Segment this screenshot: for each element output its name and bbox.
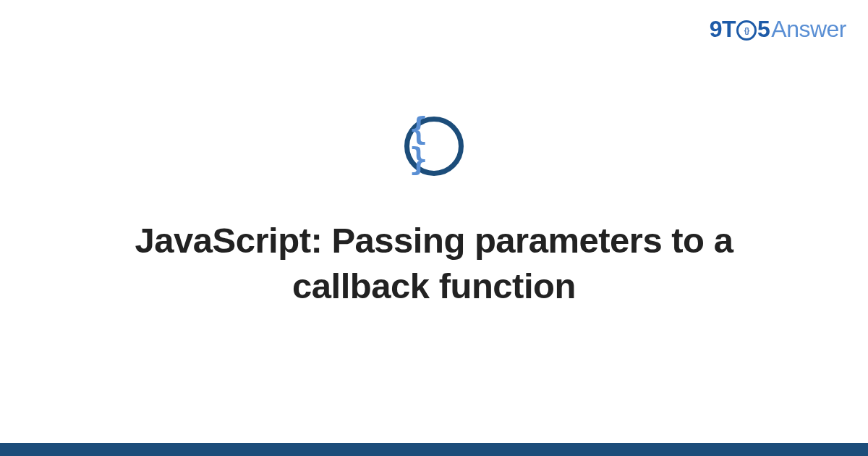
- site-logo[interactable]: 9T {} 5 Answer: [710, 16, 846, 43]
- logo-text-5: 5: [757, 16, 770, 43]
- logo-text-answer: Answer: [771, 16, 846, 43]
- braces-glyph: { }: [409, 114, 459, 175]
- code-braces-icon: { }: [404, 117, 464, 176]
- page-title: JavaScript: Passing parameters to a call…: [65, 218, 803, 308]
- logo-circle-icon: {}: [736, 20, 757, 41]
- logo-text-9t: 9T: [710, 16, 736, 43]
- hero-content: { } JavaScript: Passing parameters to a …: [0, 117, 868, 308]
- footer-bar: [0, 443, 868, 456]
- logo-circle-inner: {}: [744, 26, 749, 35]
